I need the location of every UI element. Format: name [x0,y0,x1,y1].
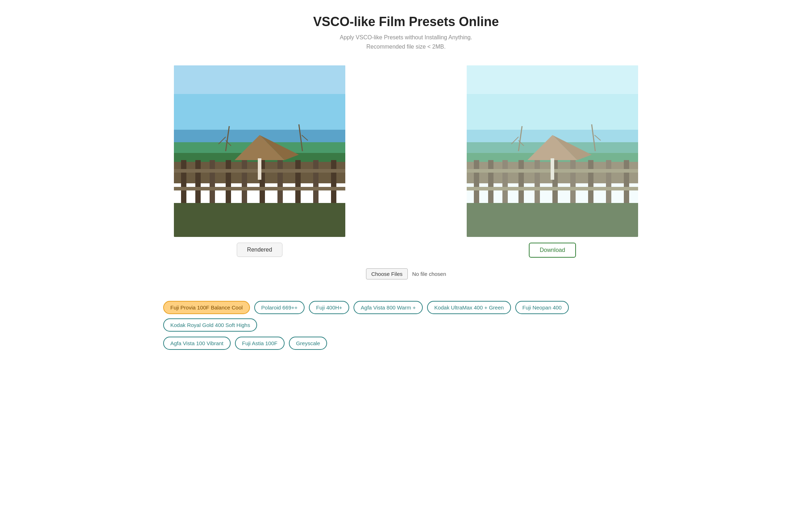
subtitle-1: Apply VSCO-like Presets without Installi… [163,33,649,42]
svg-rect-17 [174,187,345,190]
svg-rect-8 [210,160,215,203]
images-section: Rendered [163,65,649,258]
preset-button-1[interactable]: Polaroid 669++ [254,301,305,314]
presets-section: Fuji Provia 100F Balance CoolPolaroid 66… [163,294,649,362]
preset-button-2[interactable]: Greyscale [289,337,327,350]
svg-rect-15 [331,160,336,203]
download-button[interactable]: Download [529,243,576,258]
page-title: VSCO-like Film Presets Online [163,14,649,29]
svg-rect-6 [181,160,186,203]
svg-rect-21 [174,203,345,237]
page-header: VSCO-like Film Presets Online Apply VSCO… [163,14,649,51]
svg-rect-10 [242,160,247,203]
rendered-button[interactable]: Rendered [237,243,282,257]
svg-rect-13 [295,160,301,203]
original-photo [174,65,345,237]
svg-rect-20 [258,158,261,180]
preset-button-0[interactable]: Agfa Vista 100 Vibrant [163,337,231,350]
preset-button-2[interactable]: Fuji 400H+ [309,301,349,314]
subtitle-2: Recommended file size < 2MB. [163,42,649,51]
file-input-section: Choose Files No file chosen [163,268,649,279]
left-image-container: Rendered [163,65,356,257]
filtered-photo [467,65,638,237]
preset-button-6[interactable]: Kodak Royal Gold 400 Soft Highs [163,318,257,332]
preset-button-0[interactable]: Fuji Provia 100F Balance Cool [163,301,250,314]
svg-rect-9 [226,160,231,203]
svg-rect-54 [467,65,638,237]
presets-row-1: Fuji Provia 100F Balance CoolPolaroid 66… [163,301,649,332]
preset-button-3[interactable]: Agfa Vista 800 Warm + [354,301,423,314]
no-file-status: No file chosen [412,271,446,277]
right-image-container: Download [456,65,649,258]
svg-rect-14 [313,160,319,203]
svg-rect-1 [174,65,345,94]
presets-row-2: Agfa Vista 100 VibrantFuji Astia 100FGre… [163,337,649,350]
svg-rect-12 [277,160,283,203]
preset-button-4[interactable]: Kodak UltraMax 400 + Green [427,301,511,314]
choose-files-button[interactable]: Choose Files [366,268,408,279]
file-input-area: Choose Files No file chosen [366,268,446,279]
preset-button-5[interactable]: Fuji Neopan 400 [515,301,569,314]
svg-rect-7 [195,160,201,203]
original-image-box [174,65,345,237]
filtered-image-box [467,65,638,237]
preset-button-1[interactable]: Fuji Astia 100F [235,337,285,350]
